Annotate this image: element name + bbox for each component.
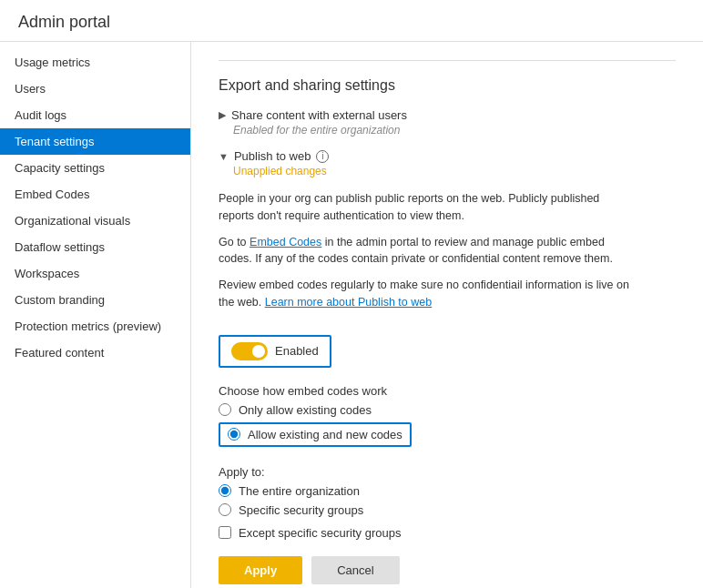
description-paragraph-3: Review embed codes regularly to make sur…	[219, 277, 637, 311]
page-title: Admin portal	[18, 13, 685, 32]
section-divider	[219, 60, 676, 61]
setting-label-share[interactable]: Share content with external users	[231, 108, 407, 122]
cancel-button[interactable]: Cancel	[311, 556, 399, 584]
radio-entire-org-label[interactable]: The entire organization	[239, 484, 360, 498]
sidebar-item-dataflow-settings[interactable]: Dataflow settings	[0, 234, 190, 260]
toggle-label: Enabled	[275, 344, 319, 358]
embed-codes-link[interactable]: Embed Codes	[250, 236, 321, 248]
sidebar-item-audit-logs[interactable]: Audit logs	[0, 102, 190, 128]
button-row: Apply Cancel	[219, 556, 676, 584]
radio-entire-org-input[interactable]	[219, 484, 231, 497]
setting-subtext-publish: Unapplied changes	[233, 165, 676, 177]
except-groups-checkbox[interactable]	[219, 526, 231, 539]
arrow-icon-share: ▶	[219, 109, 226, 121]
sidebar-item-custom-branding[interactable]: Custom branding	[0, 287, 190, 313]
sidebar-item-organizational-visuals[interactable]: Organizational visuals	[0, 208, 190, 234]
sidebar-item-users[interactable]: Users	[0, 76, 190, 102]
setting-share-external: ▶ Share content with external users Enab…	[219, 108, 676, 137]
sidebar-item-capacity-settings[interactable]: Capacity settings	[0, 155, 190, 181]
sidebar-item-embed-codes[interactable]: Embed Codes	[0, 181, 190, 208]
radio-specific-groups-input[interactable]	[219, 503, 231, 516]
setting-label-publish[interactable]: Publish to web	[234, 149, 311, 163]
radio-only-existing: Only allow existing codes	[219, 403, 676, 417]
embed-codes-title: Choose how embed codes work	[219, 384, 676, 398]
sidebar-item-workspaces[interactable]: Workspaces	[0, 260, 190, 287]
radio-allow-new-label[interactable]: Allow existing and new codes	[248, 428, 402, 441]
radio-allow-new-input[interactable]	[228, 428, 240, 441]
radio-only-existing-label[interactable]: Only allow existing codes	[239, 403, 372, 417]
description-paragraph-2: Go to Embed Codes in the admin portal to…	[219, 234, 637, 269]
info-icon-publish[interactable]: i	[316, 150, 329, 163]
apply-to-label: Apply to:	[219, 465, 676, 479]
sidebar-item-tenant-settings[interactable]: Tenant settings	[0, 128, 190, 155]
setting-publish-web: ▼ Publish to web i Unapplied changes	[219, 149, 676, 177]
radio-specific-groups-label[interactable]: Specific security groups	[239, 503, 363, 517]
radio-only-existing-input[interactable]	[219, 403, 231, 416]
sidebar: Usage metrics Users Audit logs Tenant se…	[0, 42, 191, 588]
learn-more-link[interactable]: Learn more about Publish to web	[265, 296, 432, 309]
embed-codes-options: Choose how embed codes work Only allow e…	[219, 384, 676, 452]
toggle-enabled-row[interactable]: Enabled	[219, 335, 331, 368]
radio-specific-groups: Specific security groups	[219, 503, 676, 517]
apply-to-section: Apply to: The entire organization Specif…	[219, 465, 676, 540]
sidebar-item-protection-metrics[interactable]: Protection metrics (preview)	[0, 313, 190, 340]
radio-entire-org: The entire organization	[219, 484, 676, 498]
main-content: Export and sharing settings ▶ Share cont…	[191, 42, 703, 588]
radio-allow-new: Allow existing and new codes	[219, 422, 412, 447]
sidebar-item-featured-content[interactable]: Featured content	[0, 340, 190, 366]
toggle-switch[interactable]	[231, 342, 268, 360]
except-security-groups: Except specific security groups	[219, 526, 676, 540]
except-groups-label[interactable]: Except specific security groups	[239, 526, 401, 540]
sidebar-item-usage-metrics[interactable]: Usage metrics	[0, 49, 190, 76]
setting-subtext-share: Enabled for the entire organization	[233, 124, 676, 137]
arrow-icon-publish: ▼	[219, 151, 229, 162]
apply-button[interactable]: Apply	[219, 556, 302, 584]
section-title: Export and sharing settings	[219, 77, 676, 94]
description-paragraph-1: People in your org can publish public re…	[219, 190, 637, 225]
